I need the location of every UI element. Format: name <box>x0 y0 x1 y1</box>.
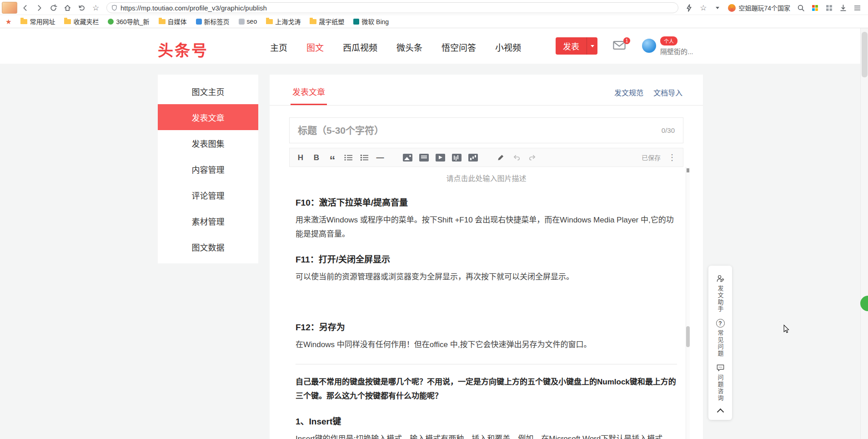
mail-button[interactable]: 1 <box>613 40 627 51</box>
caret-down-icon <box>716 7 719 11</box>
toutiao-logo[interactable]: 头条号 <box>158 38 208 61</box>
tab-active-underline <box>291 104 327 105</box>
panel-tab-bar: 发表文章 发文规范 文档导入 <box>270 75 703 106</box>
bookmark-label: 晟宇纸塑 <box>319 17 344 26</box>
insert-audio-button[interactable] <box>452 152 462 163</box>
flash-mode-button[interactable] <box>683 2 695 14</box>
bookmark-item[interactable]: 360导航_新 <box>108 17 149 26</box>
menu-button[interactable] <box>851 2 863 14</box>
bold-button[interactable]: B <box>312 152 321 163</box>
sidebar-item-graphic-data[interactable]: 图文数据 <box>158 234 258 260</box>
address-bar[interactable] <box>106 2 678 13</box>
editor-heading[interactable]: F11：打开/关闭全屏显示 <box>296 252 677 265</box>
browser-account[interactable]: 空姐蹦玩74个国家 <box>725 2 793 14</box>
article-title-input[interactable] <box>298 125 656 136</box>
editor-scrollbar[interactable] <box>686 167 690 439</box>
sidebar-item-graphic-home[interactable]: 图文主页 <box>158 78 258 104</box>
sidebar-item-content-manage[interactable]: 内容管理 <box>158 156 258 182</box>
user-avatar[interactable] <box>642 39 656 53</box>
sidebar-item-comment-manage[interactable]: 评论管理 <box>158 182 258 208</box>
home-button[interactable] <box>61 2 74 14</box>
sidebar-item-publish-article[interactable]: 发表文章 <box>158 104 258 130</box>
image-caption-placeholder[interactable]: 请点击此处输入图片描述 <box>296 170 677 184</box>
editor-scrollbar-thumb[interactable] <box>686 326 690 347</box>
horizontal-rule-button[interactable]: — <box>376 152 385 163</box>
editor-paragraph[interactable]: 可以使当前的资源管理器或浏览器变为全屏显示，再次按下就可以关闭全屏显示。 <box>296 270 677 284</box>
faq-button[interactable]: ? 常见问题 <box>716 316 725 360</box>
nav-short-video[interactable]: 小视频 <box>495 41 521 53</box>
insert-video-button[interactable] <box>436 152 445 163</box>
nav-xigua-video[interactable]: 西瓜视频 <box>343 41 377 53</box>
image-icon <box>403 154 412 161</box>
scrollbar-thumb[interactable] <box>862 32 868 77</box>
blockquote-button[interactable]: “ <box>328 152 337 163</box>
bookmark-item[interactable]: 晟宇纸塑 <box>310 17 344 26</box>
editor-empty-line[interactable] <box>296 290 677 309</box>
insert-chart-button[interactable] <box>468 152 478 163</box>
bookmark-item[interactable]: 自媒体 <box>159 17 187 26</box>
back-button[interactable] <box>19 2 31 14</box>
insert-article-button[interactable] <box>419 152 429 163</box>
favorite-page-button[interactable]: ☆ <box>697 2 709 14</box>
folder-icon <box>310 19 316 24</box>
link-publish-rules[interactable]: 发文规范 <box>614 87 643 98</box>
download-button[interactable] <box>837 2 849 14</box>
page-scrollbar[interactable] <box>860 28 868 439</box>
nav-weitoutiao[interactable]: 微头条 <box>396 41 422 53</box>
search-button[interactable] <box>795 2 807 14</box>
refresh-button[interactable] <box>47 2 60 14</box>
bookmark-item[interactable]: 上海戈涛 <box>266 17 301 26</box>
format-brush-button[interactable] <box>496 152 505 163</box>
bookmark-item[interactable]: 微软 Bing <box>353 17 389 26</box>
apps-grid-button[interactable] <box>809 2 821 14</box>
bookmark-label: 360导航_新 <box>116 17 149 26</box>
consult-button[interactable]: 问题咨询 <box>716 360 725 405</box>
tab-favicon[interactable] <box>2 2 17 14</box>
bookmark-item[interactable]: 新标签页 <box>196 17 230 26</box>
sidebar-item-material-manage[interactable]: 素材管理 <box>158 208 258 234</box>
url-input[interactable] <box>120 4 673 12</box>
nav-graphic[interactable]: 图文 <box>306 41 324 53</box>
editor-paragraph[interactable]: 在Windows 中同样没有任何作用！但在office 中,按下它会快速弹出另存… <box>296 338 677 352</box>
site-icon <box>239 19 245 25</box>
redo-button-editor[interactable] <box>528 152 537 163</box>
bookmark-item[interactable]: 常用网址 <box>20 17 55 26</box>
dropdown-button[interactable] <box>711 2 723 14</box>
folder-icon <box>64 19 71 24</box>
bookmark-label: seo <box>247 18 257 25</box>
more-options-button[interactable]: ⋮ <box>667 152 677 163</box>
editor-heading[interactable]: 1、Insert键 <box>296 414 677 427</box>
link-doc-import[interactable]: 文档导入 <box>653 87 682 98</box>
bookmark-item[interactable]: seo <box>239 18 257 25</box>
editor-paragraph[interactable]: Insert键的作用是:切换输入模式。输入模式有两种，插入和覆盖。例如，在Mic… <box>296 432 677 439</box>
editor-heading[interactable]: F10：激活下拉菜单/提高音量 <box>296 196 677 208</box>
editor-paragraph[interactable]: 用来激活Windows 或程序中的菜单。按下Shift +F10 会出现右快捷菜… <box>296 213 677 241</box>
site-shield-icon[interactable] <box>111 5 117 11</box>
sidebar-item-publish-gallery[interactable]: 发表图集 <box>158 130 258 156</box>
bullet-list-button[interactable] <box>344 152 353 163</box>
bookmarks-star-icon[interactable]: ★ <box>5 18 11 25</box>
ordered-list-button[interactable] <box>360 152 369 163</box>
forward-button[interactable] <box>33 2 45 14</box>
publish-assistant-button[interactable]: 发文助手 <box>716 271 725 316</box>
bookmark-item[interactable]: 收藏夹栏 <box>64 17 99 26</box>
extensions-grid-button[interactable] <box>823 2 835 14</box>
profile-name[interactable]: 隔壁街的... <box>660 46 702 56</box>
undo-button-editor[interactable] <box>512 152 521 163</box>
heading-button[interactable]: H <box>296 152 305 163</box>
autosave-status: 已保存 <box>642 153 661 162</box>
bookmark-star-button[interactable]: ☆ <box>90 2 102 14</box>
tab-publish-article[interactable]: 发表文章 <box>292 86 325 97</box>
editor-heading[interactable]: F12：另存为 <box>296 320 677 333</box>
insert-image-button[interactable] <box>403 152 412 163</box>
back-to-top-button[interactable] <box>717 409 724 416</box>
editor-body[interactable]: 请点击此处输入图片描述 F10：激活下拉菜单/提高音量 用来激活Windows … <box>289 167 683 439</box>
folder-icon <box>20 19 27 24</box>
publish-dropdown-button[interactable] <box>587 37 597 55</box>
undo-button[interactable] <box>75 2 88 14</box>
nav-home[interactable]: 主页 <box>270 41 287 53</box>
editor-paragraph-bold[interactable]: 自己最不常用的键盘按键是哪几个呢？不用说，一定是方向键上方的五个键及小键盘上的N… <box>296 375 677 403</box>
nav-wukong-qa[interactable]: 悟空问答 <box>442 41 476 53</box>
publish-button[interactable]: 发表 <box>556 37 587 55</box>
scroll-top-mark[interactable] <box>687 168 689 172</box>
